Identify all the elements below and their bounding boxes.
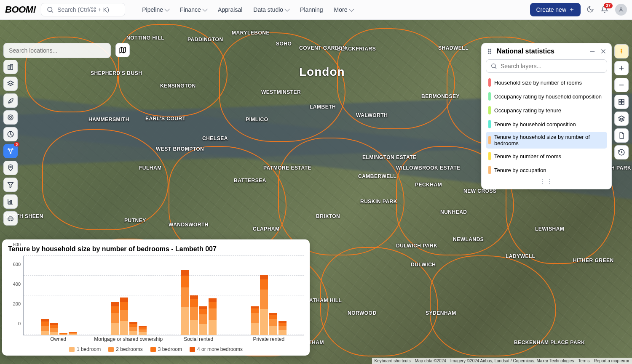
grid-icon [618,98,625,106]
nav-item-appraisal[interactable]: Appraisal [213,4,247,16]
bar-segment [279,323,287,326]
share-nodes-icon [7,147,14,155]
bar-group [181,270,217,335]
map-control-plus[interactable] [614,61,629,75]
layer-search-input[interactable] [501,63,603,69]
map-control-grid[interactable] [614,95,629,109]
bar-segment [190,299,198,307]
map-control-history[interactable] [614,145,629,159]
close-icon[interactable] [600,48,607,55]
tool-layers-stack[interactable] [3,77,18,91]
bar-segment [50,332,58,335]
legend-swatch [150,347,156,352]
tool-badge: 3 [14,142,19,146]
user-avatar[interactable] [615,4,627,16]
bar-group [111,298,147,335]
boundary-outline [320,247,438,356]
layer-item[interactable]: Tenure by number of rooms [486,150,607,162]
nav-label: Planning [300,6,323,13]
layer-item[interactable]: Tenure by household size by number of be… [486,132,607,149]
legend-item: 2 bedrooms [108,346,142,352]
tool-buildings[interactable] [3,60,18,74]
create-new-button[interactable]: Create new [530,3,581,16]
nav-item-pipeline[interactable]: Pipeline [137,4,174,16]
bar [50,323,58,335]
nav-item-finance[interactable]: Finance [175,4,212,16]
map-style-button[interactable] [115,43,130,57]
top-bar: BOOM! Search (Ctrl/⌘ + K) PipelineFinanc… [0,0,632,20]
legend-swatch [190,347,195,352]
bar [251,306,259,335]
location-search [3,43,111,58]
global-search[interactable]: Search (Ctrl/⌘ + K) [41,3,125,16]
attribution-link[interactable]: Report a map error [594,359,629,363]
drag-handle-icon[interactable] [486,48,493,55]
map-control-layers[interactable] [614,112,629,126]
tool-share-nodes[interactable]: 3 [3,144,18,158]
legend-label: 1 bedroom [77,346,101,352]
minimize-icon[interactable] [589,48,596,55]
chevron-down-icon [164,6,170,12]
theme-toggle[interactable] [586,5,595,14]
attribution-link[interactable]: Imagery ©2024 Airbus, Landsat / Copernic… [450,359,574,363]
layer-item[interactable]: Occupancy rating by household compositio… [486,90,607,103]
tool-funnel[interactable] [3,178,18,192]
tool-location-pin[interactable] [3,161,18,175]
left-toolbar: 3 [3,60,18,226]
legend-label: 2 bedrooms [116,346,142,352]
x-axis-label: Social rented [163,336,234,345]
layer-item[interactable]: Tenure by household composition [486,118,607,130]
attribution-link[interactable]: Terms [578,359,589,363]
map-control-document[interactable] [614,128,629,143]
nav-item-more[interactable]: More [329,4,359,16]
map-control-pegman[interactable] [614,44,629,58]
tool-leaf[interactable] [3,93,18,108]
bar-segment [269,326,277,335]
map-control-minus[interactable] [614,78,629,92]
svg-marker-40 [619,116,624,119]
layer-item[interactable]: Household size by number of rooms [486,76,607,89]
tool-target[interactable] [3,110,18,125]
layer-item[interactable]: Occupancy rating by tenure [486,104,607,117]
svg-marker-24 [8,183,13,188]
tool-chart[interactable] [3,194,18,209]
bar-segment [251,313,259,323]
nav-item-planning[interactable]: Planning [295,4,328,16]
location-pin-icon [7,164,14,172]
funnel-icon [7,181,14,189]
resize-handle[interactable]: ⋮⋮ [486,176,607,185]
bar-segment [209,298,217,302]
nav-label: Appraisal [218,6,242,13]
y-tick-label: 600 [13,262,21,267]
svg-point-43 [488,51,489,52]
chart-title: Tenure by household size by number of be… [8,245,304,253]
attribution-link[interactable]: Map data ©2024 [415,359,446,363]
nav-item-data-studio[interactable]: Data studio [248,4,294,16]
layers-stack-icon [7,80,14,88]
tool-radar[interactable] [3,127,18,141]
layer-swatch [488,92,491,101]
map-canvas[interactable]: LondonMARYLEBONEPADDINGTONNOTTING HILLSO… [0,20,632,364]
logo: BOOM! [5,4,36,15]
chart-legend: 1 bedroom2 bedrooms3 bedroom4 or more be… [8,346,304,352]
bar-segment [279,330,287,335]
bar [139,326,147,335]
layer-search[interactable] [486,59,607,73]
plus-icon [618,64,625,72]
svg-rect-37 [622,99,624,101]
notifications-button[interactable]: 37 [601,5,609,14]
attribution-link[interactable]: Keyboard shortcuts [375,359,411,363]
nav-label: Pipeline [142,6,163,13]
location-search-input[interactable] [3,43,111,58]
bar-segment [41,321,49,325]
tool-car[interactable] [3,211,18,226]
bar-segment [111,313,119,323]
bar-segment [111,302,119,306]
bar-segment [199,309,207,314]
layer-swatch [488,152,491,160]
target-icon [7,114,14,121]
layer-item[interactable]: Tenure by occupation [486,164,607,176]
bar-segment [41,326,49,331]
bar-segment [199,306,207,309]
bar-segment [269,319,277,326]
